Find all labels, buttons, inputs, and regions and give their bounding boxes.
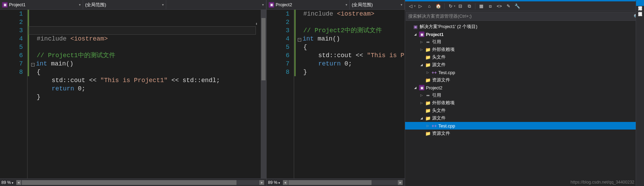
hscroll-thumb[interactable] [288,180,372,185]
tree-twisty[interactable] [419,48,424,51]
toolbar-copy-button[interactable]: ⧉ [465,2,473,10]
folder-icon: 📁 [425,54,431,60]
tree-twisty[interactable] [419,40,424,44]
nav-scope-combo[interactable]: (全局范围) [83,0,166,9]
code-line[interactable]: return 0; [30,85,261,93]
toolbar-showall-button[interactable]: ▦ [477,2,485,10]
code-line[interactable]: std::cout << "This is Project1" << std::… [30,76,261,85]
tree-node-[interactable]: 📁资源文件 [405,130,644,137]
code-line[interactable]: #include <iostream> [297,10,405,18]
tree-node-testcpp[interactable]: ++Test.cpp [405,122,644,130]
tree-node-[interactable]: 📁外部依赖项 [405,99,644,107]
code-line[interactable] [30,43,261,51]
tree-twisty[interactable] [425,124,430,127]
tree-label: Project2 [426,85,442,90]
line-number-gutter: 12345678 [0,10,28,178]
code-line[interactable]: −int main() [30,60,261,68]
code-line[interactable] [297,18,405,26]
tree-twisty[interactable] [419,101,424,105]
tree-node-[interactable]: 📁源文件 [405,114,644,122]
horizontal-scrollbar[interactable] [16,180,264,185]
nav-scope-label: (全局范围) [352,2,373,8]
code-line[interactable]: } [297,68,405,76]
cpp-icon: ++ [431,70,437,75]
search-placeholder: 搜索解决方案资源管理器(Ctrl+;) [408,13,472,19]
line-number-gutter: 12345678 [267,10,294,178]
tree-twisty[interactable] [413,86,418,89]
tree-node-project12[interactable]: ▣解决方案'Project1' (2 个项目) [405,23,644,30]
toolbar-fwd-button[interactable]: ▷ [416,2,424,10]
outline-toggle[interactable]: − [298,38,301,42]
dropdown-icon[interactable]: ▾ [454,5,455,8]
tree-node-[interactable]: 📁头文件 [405,53,644,61]
toolbar-properties-button[interactable]: ⧈ [486,2,494,10]
tree-node-[interactable]: ▪▪引用 [405,91,644,99]
nav-project-combo[interactable]: ▣ Project1 [0,0,83,9]
horizontal-scrollbar[interactable] [283,180,403,185]
tree-node-testcpp[interactable]: ++Test.cpp [405,69,644,76]
line-number: 6 [0,51,23,60]
code-area[interactable]: 12345678 ⬍ #include <iostream>// Project… [0,10,266,178]
tree-node-project1[interactable]: ▣Project1 [405,30,644,38]
toolbar-separator [444,3,445,9]
cpp-icon: ++ [431,123,437,129]
code-content[interactable]: #include <iostream>// Project2中的测试文件−int… [294,10,405,178]
tree-twisty[interactable] [425,71,430,74]
code-content[interactable]: ⬍ #include <iostream>// Project1中的测试文件−i… [28,10,261,178]
tree-node-project2[interactable]: ▣Project2 [405,84,644,91]
current-line-highlight [28,26,256,35]
code-line[interactable]: std::cout << "This is P [297,51,405,60]
toolbar-home-button[interactable]: ⌂ [425,2,433,10]
tree-node-[interactable]: 📁资源文件 [405,76,644,84]
line-number: 1 [0,10,23,18]
tree-twisty[interactable] [419,63,424,67]
side-tab-solution-explorer[interactable]: 方案资源管理器 [636,0,644,6]
tree-node-[interactable]: 📁头文件 [405,107,644,114]
ref-icon: ▪▪ [425,92,431,98]
side-tab-team-explorer[interactable]: 团队资源管理器 [636,6,644,12]
toolbar-code-button[interactable]: <> [495,2,503,10]
toolbar-refresh-button[interactable]: ↻ [446,2,455,10]
split-icon[interactable]: ⬍ [255,20,260,25]
code-line[interactable]: { [30,68,261,76]
toolbar-back-button[interactable]: ◁ [406,2,415,10]
nav-project-combo[interactable]: ▣ Project2 [267,0,350,9]
tree-label: 解决方案'Project1' (2 个项目) [420,24,477,30]
nav-scope-combo[interactable]: (全局范围) [350,0,405,9]
tree-label: 引用 [432,92,441,98]
tree-twisty[interactable] [419,94,424,97]
code-line[interactable]: // Project2中的测试文件 [297,26,405,35]
line-number: 5 [0,43,23,51]
tree-twisty[interactable] [413,33,418,36]
tree-node-[interactable]: 📁源文件 [405,61,644,69]
solution-search-box[interactable]: 搜索解决方案资源管理器(Ctrl+;) 🔍▾ [406,12,643,21]
dropdown-icon[interactable]: ▾ [414,5,415,8]
outline-toggle[interactable]: − [31,63,35,67]
zoom-level[interactable]: 89 % [1,180,14,185]
line-number: 6 [267,51,289,60]
tree-label: 头文件 [432,54,446,60]
tree-twisty[interactable] [419,116,424,120]
toolbar-wrench-button[interactable]: 🔧 [513,2,521,10]
zoom-level[interactable]: 89 % [268,180,280,185]
scrollbar-thumb[interactable] [261,18,266,80]
nav-member-combo[interactable] [166,0,266,9]
side-tabs: 方案资源管理器 团队资源管理器 [636,0,644,186]
code-line[interactable]: −int main() [297,35,405,43]
proj-icon: ▣ [419,32,424,37]
code-line[interactable]: // Project1中的测试文件 [30,51,261,60]
toolbar-sync-button[interactable]: 🏠 [434,2,442,10]
code-line[interactable]: return 0; [297,60,405,68]
toolbar-props-button[interactable]: ✎ [504,2,512,10]
toolbar-collapse-button[interactable]: ⊟ [456,2,464,10]
solution-tree[interactable]: ▣解决方案'Project1' (2 个项目)▣Project1▪▪引用📁外部依… [405,21,644,186]
tree-label: 源文件 [432,62,446,68]
code-area[interactable]: 12345678 #include <iostream>// Project2中… [267,10,405,178]
hscroll-thumb[interactable] [22,180,236,185]
code-line[interactable]: #include <iostream> [30,35,261,43]
tree-node-[interactable]: ▪▪引用 [405,38,644,46]
code-line[interactable]: } [30,93,261,101]
tree-node-[interactable]: 📁外部依赖项 [405,46,644,53]
code-line[interactable]: { [297,43,405,51]
vertical-scrollbar[interactable] [261,10,266,178]
